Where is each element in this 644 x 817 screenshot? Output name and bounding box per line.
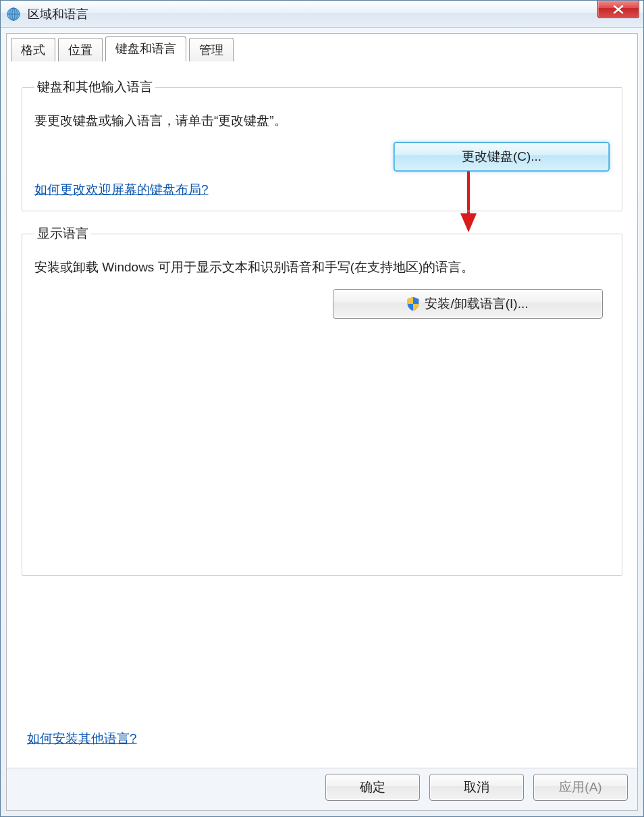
tab-format[interactable]: 格式 bbox=[11, 38, 55, 61]
window-title: 区域和语言 bbox=[28, 6, 88, 22]
change-keyboard-button[interactable]: 更改键盘(C)... bbox=[394, 142, 610, 172]
dialog-window: 区域和语言 格式 位置 键盘和语言 管理 单出 键盘和其他输入语言 要更改键盘或… bbox=[0, 0, 644, 817]
tab-content: 单出 键盘和其他输入语言 要更改键盘或输入语言，请单击“更改键盘”。 更改键盘(… bbox=[7, 61, 637, 768]
apply-button[interactable]: 应用(A) bbox=[533, 774, 628, 801]
uac-shield-icon bbox=[407, 297, 419, 311]
dialog-button-bar: 确定 取消 应用(A) bbox=[7, 768, 637, 810]
group-display-language: 显示语言 安装或卸载 Windows 可用于显示文本和识别语音和手写(在支持地区… bbox=[22, 225, 622, 576]
cancel-button[interactable]: 取消 bbox=[429, 774, 524, 801]
tab-location[interactable]: 位置 bbox=[58, 38, 103, 61]
keyboard-desc: 要更改键盘或输入语言，请单击“更改键盘”。 bbox=[34, 111, 610, 131]
link-install-other-languages[interactable]: 如何安装其他语言? bbox=[27, 730, 137, 747]
tabstrip: 格式 位置 键盘和语言 管理 bbox=[7, 34, 637, 61]
client-area: 格式 位置 键盘和语言 管理 单出 键盘和其他输入语言 要更改键盘或输入语言，请… bbox=[6, 33, 638, 811]
group-display-legend: 显示语言 bbox=[34, 225, 91, 242]
group-keyboard-legend: 键盘和其他输入语言 bbox=[34, 78, 155, 96]
group-keyboard-input: 键盘和其他输入语言 要更改键盘或输入语言，请单击“更改键盘”。 更改键盘(C).… bbox=[22, 78, 622, 211]
ok-button[interactable]: 确定 bbox=[325, 774, 420, 801]
link-welcome-keyboard-layout[interactable]: 如何更改欢迎屏幕的键盘布局? bbox=[34, 181, 209, 199]
install-uninstall-label: 安装/卸载语言(I)... bbox=[425, 295, 528, 313]
display-desc: 安装或卸载 Windows 可用于显示文本和识别语音和手写(在支持地区)的语言。 bbox=[34, 257, 610, 278]
install-uninstall-language-button[interactable]: 安装/卸载语言(I)... bbox=[333, 289, 603, 319]
globe-icon bbox=[6, 7, 21, 22]
tab-keyboard-language[interactable]: 键盘和语言 bbox=[105, 36, 186, 61]
titlebar: 区域和语言 bbox=[1, 1, 643, 28]
close-button[interactable] bbox=[597, 1, 639, 18]
tab-admin[interactable]: 管理 bbox=[189, 38, 234, 61]
